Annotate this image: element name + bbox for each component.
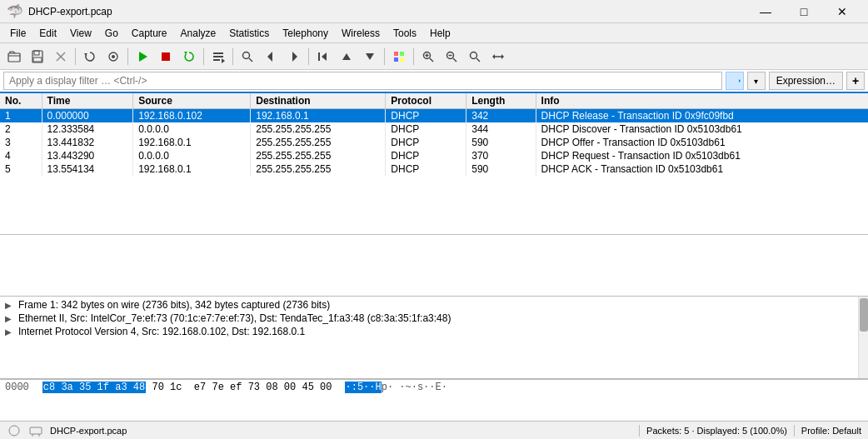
find-button[interactable] <box>237 46 258 67</box>
svg-marker-18 <box>267 52 272 62</box>
minimize-button[interactable]: — <box>746 0 785 23</box>
maximize-button[interactable]: □ <box>785 0 823 23</box>
menu-view[interactable]: View <box>63 26 98 41</box>
zoom-reset-button[interactable] <box>464 46 486 67</box>
svg-marker-11 <box>184 52 187 54</box>
svg-marker-22 <box>342 53 351 60</box>
filter-apply-button[interactable] <box>726 72 744 90</box>
hex-highlighted: c8 3a 35 1f a3 48 <box>42 382 146 393</box>
svg-marker-9 <box>139 52 147 62</box>
cell-destination: 255.255.255.255 <box>251 162 386 176</box>
cell-protocol: DHCP <box>386 122 466 136</box>
stop-capture-button[interactable] <box>155 46 177 67</box>
cell-length: 590 <box>466 162 536 176</box>
svg-rect-10 <box>162 52 170 61</box>
cell-destination: 255.255.255.255 <box>251 149 386 162</box>
menu-statistics[interactable]: Statistics <box>222 26 276 41</box>
svg-rect-26 <box>394 57 398 62</box>
expand-ethernet-icon: ▶ <box>5 314 15 323</box>
capture-options-button[interactable] <box>102 46 124 67</box>
cell-destination: 255.255.255.255 <box>251 122 386 136</box>
status-separator <box>639 425 640 437</box>
svg-marker-23 <box>366 53 374 60</box>
table-row[interactable]: 413.4432900.0.0.0255.255.255.255DHCP370D… <box>0 149 868 162</box>
table-row[interactable]: 313.441832192.168.0.1255.255.255.255DHCP… <box>0 136 868 149</box>
status-stats: Packets: 5 · Displayed: 5 (100.0%) <box>646 426 787 436</box>
col-header-destination[interactable]: Destination <box>251 93 386 109</box>
menu-telephony[interactable]: Telephony <box>276 26 335 41</box>
svg-rect-13 <box>213 56 223 57</box>
menu-help[interactable]: Help <box>423 26 457 41</box>
detail-row-frame[interactable]: ▶ Frame 1: 342 bytes on wire (2736 bits)… <box>0 298 868 312</box>
cell-info: DHCP Discover - Transaction ID 0x5103db6… <box>536 122 868 136</box>
detail-row-ip[interactable]: ▶ Internet Protocol Version 4, Src: 192.… <box>0 325 868 338</box>
svg-marker-40 <box>731 79 741 82</box>
cell-protocol: DHCP <box>386 136 466 149</box>
app-icon: 🦈 <box>7 3 23 19</box>
col-header-length[interactable]: Length <box>466 93 536 109</box>
menu-wireless[interactable]: Wireless <box>335 26 387 41</box>
resize-columns-button[interactable] <box>487 46 509 67</box>
empty-packet-area <box>0 235 868 296</box>
col-header-time[interactable]: Time <box>42 93 133 109</box>
menu-file[interactable]: File <box>3 26 32 41</box>
jump-first-button[interactable] <box>312 46 334 67</box>
svg-marker-15 <box>222 58 225 63</box>
col-header-no[interactable]: No. <box>0 93 42 109</box>
jump-up-button[interactable] <box>336 46 357 67</box>
cell-destination: 192.168.0.1 <box>251 109 386 123</box>
window-title: DHCP-export.pcap <box>28 6 112 17</box>
add-filter-button[interactable]: + <box>846 72 865 90</box>
menu-capture[interactable]: Capture <box>125 26 174 41</box>
start-capture-button[interactable] <box>132 46 153 67</box>
restart-capture-button[interactable] <box>178 46 200 67</box>
autoscroll-button[interactable] <box>207 46 229 67</box>
packet-table: No. Time Source Destination Protocol Len… <box>0 93 868 176</box>
col-header-info[interactable]: Info <box>536 93 868 109</box>
toolbar-separator-5 <box>308 48 309 65</box>
jump-down-button[interactable] <box>359 46 381 67</box>
cell-time: 13.554134 <box>42 162 133 176</box>
cell-protocol: DHCP <box>386 149 466 162</box>
col-header-source[interactable]: Source <box>133 93 251 109</box>
zoom-out-button[interactable] <box>441 46 462 67</box>
reload-button[interactable] <box>79 46 101 67</box>
menu-analyze[interactable]: Analyze <box>174 26 223 41</box>
svg-rect-27 <box>400 57 404 62</box>
close-button[interactable]: ✕ <box>823 0 861 23</box>
filter-input[interactable] <box>3 72 722 90</box>
detail-row-ethernet[interactable]: ▶ Ethernet II, Src: IntelCor_7e:ef:73 (7… <box>0 312 868 325</box>
filter-dropdown-button[interactable]: ▾ <box>747 72 766 90</box>
cell-protocol: DHCP <box>386 162 466 176</box>
cell-info: DHCP Release - Transaction ID 0x9fc09fbd <box>536 109 868 123</box>
back-button[interactable] <box>260 46 282 67</box>
menu-tools[interactable]: Tools <box>387 26 423 41</box>
svg-marker-6 <box>84 53 87 56</box>
cell-time: 13.441832 <box>42 136 133 149</box>
svg-rect-14 <box>213 59 220 61</box>
interface-icon <box>28 423 43 438</box>
cell-time: 12.333584 <box>42 122 133 136</box>
expression-button[interactable]: Expression… <box>769 72 843 90</box>
menu-go[interactable]: Go <box>98 26 125 41</box>
svg-line-29 <box>430 58 433 62</box>
close-file-button[interactable] <box>50 46 72 67</box>
table-row[interactable]: 513.554134192.168.0.1255.255.255.255DHCP… <box>0 162 868 176</box>
save-button[interactable] <box>27 46 48 67</box>
details-scrollbar[interactable] <box>858 297 868 378</box>
open-button[interactable] <box>3 46 25 67</box>
packet-details: ▶ Frame 1: 342 bytes on wire (2736 bits)… <box>0 296 868 379</box>
cell-no: 1 <box>0 109 42 123</box>
window-controls: — □ ✕ <box>746 0 861 23</box>
menu-edit[interactable]: Edit <box>32 26 63 41</box>
colorize-button[interactable] <box>388 46 410 67</box>
cell-source: 0.0.0.0 <box>133 122 251 136</box>
col-header-protocol[interactable]: Protocol <box>386 93 466 109</box>
detail-ethernet-text: Ethernet II, Src: IntelCor_7e:ef:73 (70:… <box>18 312 451 324</box>
forward-button[interactable] <box>283 46 305 67</box>
packet-list: No. Time Source Destination Protocol Len… <box>0 93 868 235</box>
zoom-in-button[interactable] <box>417 46 439 67</box>
table-row[interactable]: 10.000000192.168.0.102192.168.0.1DHCP342… <box>0 109 868 123</box>
table-row[interactable]: 212.3335840.0.0.0255.255.255.255DHCP344D… <box>0 122 868 136</box>
svg-marker-38 <box>492 54 495 59</box>
